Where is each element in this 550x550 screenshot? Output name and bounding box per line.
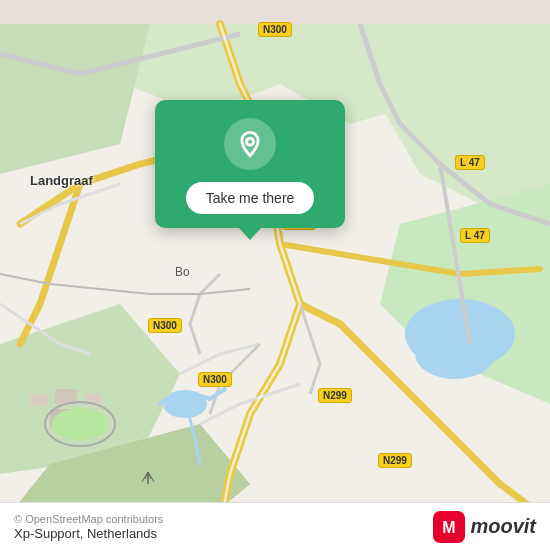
road-badge-n299-2: N299 <box>378 453 412 468</box>
map-container: N300 N300 N300 N300 N299 N299 L 47 L 47 … <box>0 0 550 550</box>
bottom-info: © OpenStreetMap contributors Xp-Support,… <box>14 513 163 541</box>
bottom-bar: © OpenStreetMap contributors Xp-Support,… <box>0 502 550 550</box>
moovit-icon: M <box>433 511 465 543</box>
svg-point-6 <box>415 329 495 379</box>
take-me-there-button[interactable]: Take me there <box>186 182 315 214</box>
road-badge-l47-2: L 47 <box>460 228 490 243</box>
location-label: Xp-Support, Netherlands <box>14 526 163 541</box>
moovit-logo: M moovit <box>433 511 536 543</box>
location-pin-icon <box>224 118 276 170</box>
road-badge-n300-3: N300 <box>198 372 232 387</box>
moovit-text: moovit <box>470 515 536 538</box>
map-svg <box>0 0 550 550</box>
road-badge-n299-1: N299 <box>318 388 352 403</box>
road-badge-l47-1: L 47 <box>455 155 485 170</box>
place-label-bo: Bo <box>175 265 190 279</box>
popup-card: Take me there <box>155 100 345 228</box>
road-badge-l42: N300 <box>258 22 292 37</box>
copyright-text: © OpenStreetMap contributors <box>14 513 163 525</box>
svg-text:M: M <box>443 519 456 536</box>
svg-point-15 <box>52 408 108 440</box>
place-label-landgraaf: Landgraaf <box>30 173 93 188</box>
road-badge-n300-2: N300 <box>148 318 182 333</box>
svg-rect-10 <box>30 394 48 406</box>
svg-point-21 <box>247 138 254 145</box>
